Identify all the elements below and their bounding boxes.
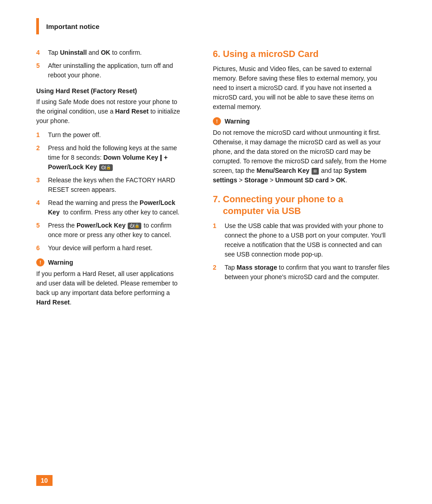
warning-icon-2: ! — [213, 117, 221, 125]
key-bar-icon — [160, 155, 162, 161]
s7-step-1: 1 Use the USB cable that was provided wi… — [213, 221, 391, 259]
hard-reset-body: If using Safe Mode does not restore your… — [36, 97, 186, 126]
hr-step-1-num: 1 — [36, 130, 45, 140]
hr-step-5: 5 Press the Power/Lock Key ⏻|🔒 to confir… — [36, 221, 186, 240]
left-column: 4 Tap Uninstall and OK to confirm. 5 Aft… — [0, 48, 199, 312]
page: Important notice 4 Tap Uninstall and OK … — [0, 0, 432, 504]
hr-step-1-text: Turn the power off. — [48, 130, 101, 140]
right-warning-block: ! Warning Do not remove the microSD card… — [213, 117, 391, 185]
section-7-title: 7. Connecting your phone to a computer v… — [213, 193, 391, 217]
left-warning-title: ! Warning — [36, 258, 186, 266]
s7-step-1-text: Use the USB cable that was provided with… — [225, 221, 391, 259]
s7-step-2-text: Tap Mass storage to confirm that you wan… — [225, 263, 391, 282]
power-lock-key-icon-2: ⏻|🔒 — [128, 223, 141, 230]
right-column: 6. Using a microSD Card Pictures, Music … — [199, 48, 414, 312]
hr-step-4-text: Read the warning and press the Power/Loc… — [48, 198, 186, 217]
s7-step-1-num: 1 — [213, 221, 222, 259]
step-4: 4 Tap Uninstall and OK to confirm. — [36, 48, 186, 57]
warning-icon: ! — [36, 258, 44, 266]
menu-search-key-icon: ⊞ — [312, 168, 319, 175]
hr-step-6: 6 Your device will perform a hard reset. — [36, 243, 186, 253]
notice-bar — [36, 18, 39, 34]
step-5: 5 After uninstalling the application, tu… — [36, 61, 186, 80]
hard-reset-heading: Using Hard Reset (Factory Reset) — [36, 87, 186, 95]
hr-step-3-text: Release the keys when the FACTORY HARD R… — [48, 176, 186, 195]
important-notice-header: Important notice — [0, 18, 432, 34]
hr-step-5-num: 5 — [36, 221, 45, 240]
hr-step-2-num: 2 — [36, 143, 45, 172]
hr-step-6-text: Your device will perform a hard reset. — [48, 243, 153, 253]
power-lock-key-icon: ⏻|🔒 — [99, 164, 113, 171]
step-4-num: 4 — [36, 48, 45, 57]
left-warning-text: If you perform a Hard Reset, all user ap… — [36, 269, 186, 307]
hr-step-3-num: 3 — [36, 176, 45, 195]
step-5-text: After uninstalling the application, turn… — [48, 61, 186, 80]
step-5-num: 5 — [36, 61, 45, 80]
hr-step-2: 2 Press and hold the following keys at t… — [36, 143, 186, 172]
s7-step-2-num: 2 — [213, 263, 222, 282]
left-warning-block: ! Warning If you perform a Hard Reset, a… — [36, 258, 186, 307]
section-6-body: Pictures, Music and Video files, can be … — [213, 64, 391, 112]
hr-step-5-text: Press the Power/Lock Key ⏻|🔒 to confirm … — [48, 221, 186, 240]
hr-step-1: 1 Turn the power off. — [36, 130, 186, 140]
notice-title: Important notice — [46, 23, 100, 30]
hr-step-4-num: 4 — [36, 198, 45, 217]
s7-step-2: 2 Tap Mass storage to confirm that you w… — [213, 263, 391, 282]
hr-step-6-num: 6 — [36, 243, 45, 253]
hr-step-3: 3 Release the keys when the FACTORY HARD… — [36, 176, 186, 195]
right-warning-text: Do not remove the microSD card without u… — [213, 128, 391, 185]
page-number: 10 — [36, 475, 53, 486]
hr-step-4: 4 Read the warning and press the Power/L… — [36, 198, 186, 217]
left-warning-label: Warning — [48, 259, 73, 266]
right-warning-title: ! Warning — [213, 117, 391, 125]
section-6-title: 6. Using a microSD Card — [213, 48, 391, 60]
content-columns: 4 Tap Uninstall and OK to confirm. 5 Aft… — [0, 48, 432, 312]
hr-step-2-text: Press and hold the following keys at the… — [48, 143, 186, 172]
step-4-text: Tap Uninstall and OK to confirm. — [48, 48, 142, 57]
right-warning-label: Warning — [225, 118, 250, 125]
